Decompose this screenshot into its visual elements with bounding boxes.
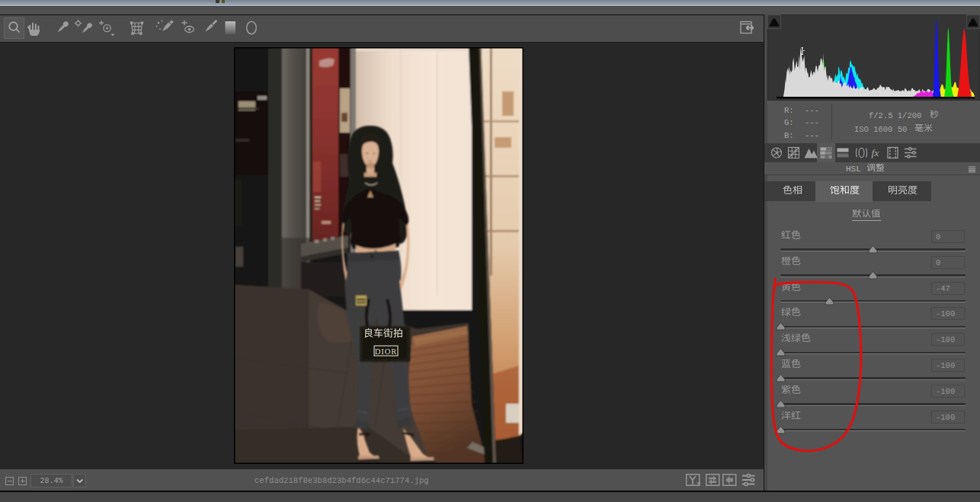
svg-text:fx: fx: [872, 147, 879, 158]
svg-text:DIOR: DIOR: [375, 347, 398, 356]
